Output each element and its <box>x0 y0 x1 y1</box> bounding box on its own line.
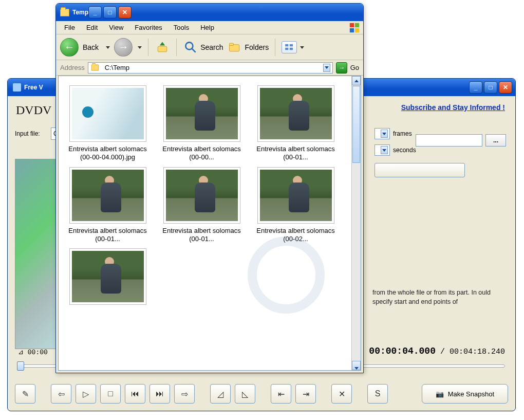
file-item[interactable]: Entrevista albert solomacs (00-00... <box>157 85 247 162</box>
explorer-minimize-button[interactable]: _ <box>88 6 102 19</box>
timeline-thumb[interactable] <box>17 361 24 371</box>
address-label: Address <box>60 64 85 71</box>
thumbnail-image <box>72 88 144 139</box>
views-icon <box>282 41 297 53</box>
frames-label: frames <box>393 130 412 137</box>
explorer-close-button[interactable]: ✕ <box>118 6 132 19</box>
explorer-maximize-button[interactable]: □ <box>103 6 117 19</box>
back-label[interactable]: Back <box>83 43 99 51</box>
menu-edit[interactable]: Edit <box>81 22 103 33</box>
folder-icon <box>91 65 99 71</box>
folders-button[interactable]: Folders <box>227 40 269 55</box>
address-dropdown-icon[interactable] <box>323 64 330 72</box>
thumbnail-image <box>72 170 144 221</box>
scroll-down-button[interactable] <box>352 361 361 370</box>
svg-rect-11 <box>285 47 288 49</box>
watermark-globe-icon <box>248 236 325 314</box>
forward-button[interactable]: → <box>114 38 133 57</box>
prev-button[interactable]: ⇦ <box>51 384 71 404</box>
views-dropdown-icon <box>299 43 304 51</box>
search-icon <box>183 40 198 55</box>
views-button[interactable] <box>282 41 304 53</box>
mark-in-button[interactable]: ◿ <box>210 384 231 404</box>
scrollbar[interactable] <box>351 76 361 370</box>
file-item[interactable]: Entrevista albert solomacs (00-02... <box>251 167 341 244</box>
folders-icon <box>227 40 242 55</box>
explorer-window: Temp _ □ ✕ File Edit View Favorites Tool… <box>55 3 364 373</box>
menu-view[interactable]: View <box>104 22 128 33</box>
time-total: 00:04:18.240 <box>450 348 505 356</box>
file-caption: Entrevista albert solomacs (00-01... <box>63 227 153 244</box>
menu-tools[interactable]: Tools <box>169 22 194 33</box>
svg-rect-1 <box>355 23 359 27</box>
svg-rect-3 <box>355 28 359 32</box>
windows-logo-icon <box>349 22 360 33</box>
transport-controls: ✎ ⇦ ▷ □ ⏮ ⏭ ⇨ ◿ ◺ ⇤ ⇥ ✕ S 📷 Make Snapsho… <box>15 384 508 404</box>
bg-title: Free V <box>24 84 43 91</box>
file-pane: Entrevista albert solomacs (00-00-04.000… <box>58 76 361 371</box>
file-item[interactable]: Entrevista albert solomacs (00-00-04.000… <box>63 85 153 162</box>
file-item[interactable]: Entrevista albert solomacs (00-01... <box>157 167 247 244</box>
svg-rect-8 <box>230 43 234 45</box>
play-button[interactable]: ▷ <box>76 384 96 404</box>
menu-file[interactable]: File <box>59 22 80 33</box>
action-button[interactable] <box>375 163 465 177</box>
bg-app-icon <box>13 83 21 92</box>
address-bar: Address C:\Temp → Go <box>56 60 363 76</box>
camera-icon: 📷 <box>436 390 444 398</box>
delete-button[interactable]: ✕ <box>331 384 352 404</box>
seconds-dropdown[interactable] <box>375 144 390 156</box>
next-button[interactable]: ⇨ <box>174 384 195 404</box>
go-in-button[interactable]: ⇤ <box>271 384 291 404</box>
step-back-button[interactable]: ⏮ <box>125 384 145 404</box>
explorer-titlebar[interactable]: Temp _ □ ✕ <box>56 4 363 21</box>
back-history-dropdown[interactable] <box>105 44 110 51</box>
stop-button[interactable]: □ <box>100 384 121 404</box>
svg-rect-9 <box>285 44 288 46</box>
edit-button[interactable]: ✎ <box>15 384 35 404</box>
thumbnail-image <box>72 251 144 302</box>
menu-favorites[interactable]: Favorites <box>129 22 167 33</box>
mark-out-button[interactable]: ◺ <box>235 384 255 404</box>
scroll-thumb[interactable] <box>352 86 360 163</box>
svg-rect-12 <box>290 47 293 49</box>
file-caption: Entrevista albert solomacs (00-01... <box>251 145 341 162</box>
file-item[interactable]: Entrevista albert solomacs (00-01... <box>63 167 153 244</box>
forward-history-dropdown[interactable] <box>137 44 142 51</box>
folders-label: Folders <box>245 43 269 51</box>
folder-icon <box>60 9 69 16</box>
step-fwd-button[interactable]: ⏭ <box>149 384 170 404</box>
file-caption: Entrevista albert solomacs (00-01... <box>157 227 247 244</box>
file-grid[interactable]: Entrevista albert solomacs (00-00-04.000… <box>59 76 351 370</box>
thumbnail-image <box>260 88 332 139</box>
make-snapshot-button[interactable]: 📷 Make Snapshot <box>422 384 508 404</box>
time-current: 00:00:04.000 <box>369 346 436 356</box>
address-field[interactable]: C:\Temp <box>88 62 333 74</box>
search-button[interactable]: Search <box>183 40 223 55</box>
scroll-up-button[interactable] <box>352 76 361 85</box>
bg-close-button[interactable]: ✕ <box>499 81 512 94</box>
frames-dropdown[interactable] <box>375 128 390 139</box>
menu-help[interactable]: Help <box>195 22 219 33</box>
bg-minimize-button[interactable]: _ <box>469 81 482 94</box>
toolbar: ← Back → Search Folders <box>56 34 363 60</box>
s-button[interactable]: S <box>367 384 388 404</box>
menu-bar: File Edit View Favorites Tools Help <box>56 21 363 34</box>
search-label: Search <box>200 43 223 51</box>
seconds-label: seconds <box>393 147 416 154</box>
svg-rect-0 <box>350 23 354 27</box>
up-button[interactable] <box>155 40 170 55</box>
input-file-label: Input file: <box>15 130 48 137</box>
file-item[interactable] <box>63 248 153 308</box>
explorer-title: Temp <box>72 9 88 16</box>
file-caption: Entrevista albert solomacs (00-00-04.000… <box>63 145 153 162</box>
go-out-button[interactable]: ⇥ <box>295 384 316 404</box>
thumbnail-image <box>260 170 332 221</box>
file-item[interactable]: Entrevista albert solomacs (00-01... <box>251 85 341 162</box>
subscribe-link[interactable]: Subscribe and Stay Informed ! <box>401 103 505 112</box>
bg-maximize-button[interactable]: □ <box>484 81 497 94</box>
snapshot-label: Make Snapshot <box>448 390 494 398</box>
go-label: Go <box>350 64 359 71</box>
back-button[interactable]: ← <box>60 38 79 57</box>
go-button[interactable]: → <box>336 62 347 74</box>
